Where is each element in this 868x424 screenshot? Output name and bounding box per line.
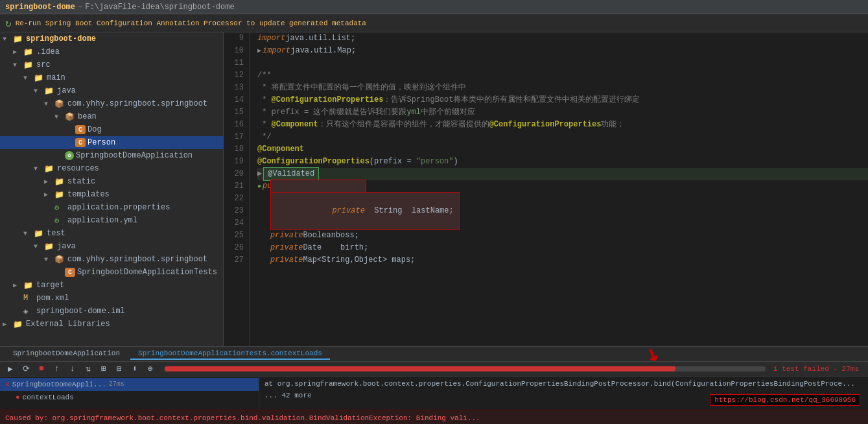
tree-item-test[interactable]: ▼ 📁 test xyxy=(0,227,223,240)
stack-line-1: at org.springframework.boot.context.prop… xyxy=(264,378,863,390)
stack-text-2: ... 42 more xyxy=(264,392,312,399)
tree-app-label: SpringbootDomeApplication xyxy=(76,151,193,160)
tab-springboot-app[interactable]: SpringbootDomeApplication xyxy=(5,348,128,360)
notification-icon: ↻ xyxy=(5,17,12,30)
watermark: https://blog.csdn.net/qq_36698956 xyxy=(710,394,860,406)
notification-bar: ↻ Re-run Spring Boot Configuration Annot… xyxy=(0,14,868,32)
test-progress-fill xyxy=(165,366,675,371)
tree-templates-label: templates xyxy=(67,190,110,199)
tree-test-label: test xyxy=(47,229,65,238)
collapse-button[interactable]: ⊟ xyxy=(113,362,126,375)
settings-button[interactable]: ⊕ xyxy=(144,362,157,375)
tree-item-app-properties[interactable]: ⚙ application.properties xyxy=(0,201,223,214)
tree-ext-libs-label: External Libraries xyxy=(26,320,110,329)
tree-target-label: target xyxy=(36,281,64,290)
test-item-context-loads[interactable]: ● contextLoads xyxy=(0,391,259,404)
tree-item-idea[interactable]: ▶ 📁 .idea xyxy=(0,45,223,58)
tree-test-package-label: com.yhhy.springboot.springboot xyxy=(67,255,207,264)
tree-idea-label: .idea xyxy=(36,47,60,56)
expand-button[interactable]: ⊞ xyxy=(97,362,110,375)
test-duration: 27ms xyxy=(109,381,124,388)
tree-item-ext-libs[interactable]: ▶ 📁 External Libraries xyxy=(0,318,223,331)
tree-iml-label: springboot-dome.iml xyxy=(36,307,125,316)
tree-item-target[interactable]: ▶ 📁 target xyxy=(0,279,223,292)
tree-app-yml-label: application.yml xyxy=(67,216,137,225)
fail-icon-2: ● xyxy=(16,394,20,401)
caused-by-text: Caused by: org.springframework.boot.cont… xyxy=(5,414,480,422)
bottom-panel: SpringbootDomeApplication SpringbootDome… xyxy=(0,346,868,424)
tree-person-label: Person xyxy=(88,138,115,147)
error-bar: Caused by: org.springframework.boot.cont… xyxy=(0,410,868,424)
rerun-button[interactable]: ⟳ xyxy=(19,362,32,375)
main-layout: ▼ 📁 springboot-dome ▶ 📁 .idea ▼ 📁 src ▼ … xyxy=(0,32,868,346)
test-result-label: 1 test failed - 27ms xyxy=(773,365,859,373)
tree-bean-label: bean xyxy=(78,112,97,121)
tree-test-java-label: java xyxy=(57,242,76,251)
fail-icon: ✕ xyxy=(5,380,10,388)
tree-item-app-yml[interactable]: ⚙ application.yml xyxy=(0,214,223,227)
tree-package-label: com.yhhy.springboot.springboot xyxy=(67,99,207,108)
tree-item-templates[interactable]: ▶ 📁 templates xyxy=(0,188,223,201)
next-fail-button[interactable]: ↓ xyxy=(66,362,79,375)
tree-src-label: src xyxy=(36,60,51,69)
test-tree-left: ✕ SpringbootDomeAppli... 27ms ● contextL… xyxy=(0,377,259,410)
tree-item-iml[interactable]: ◈ springboot-dome.iml xyxy=(0,305,223,318)
project-path: F:\javaFile-idea\springboot-dome xyxy=(85,3,234,12)
test-progress-bar xyxy=(165,366,766,371)
watermark-text: https://blog.csdn.net/qq_36698956 xyxy=(714,396,856,404)
title-bar: springboot-dome – F:\javaFile-idea\sprin… xyxy=(0,0,868,14)
line-numbers: 9 10 11 12 13 14 15 16 17 18 19 20 21 22… xyxy=(224,32,250,346)
code-content: import java.util.List; ▶import java.util… xyxy=(250,32,868,346)
tree-item-main[interactable]: ▼ 📁 main xyxy=(0,71,223,84)
tree-item-static[interactable]: ▶ 📁 static xyxy=(0,175,223,188)
export-button[interactable]: ⬇ xyxy=(128,362,141,375)
tree-tests-label: SpringbootDomeApplicationTests xyxy=(77,268,217,277)
sort-button[interactable]: ⇅ xyxy=(82,362,95,375)
test-item-app[interactable]: ✕ SpringbootDomeAppli... 27ms xyxy=(0,378,259,391)
test-app-label: SpringbootDomeAppli... xyxy=(12,381,106,388)
tree-pom-label: pom.xml xyxy=(36,294,69,303)
tree-dog-label: Dog xyxy=(88,125,102,134)
tree-item-test-java[interactable]: ▼ 📁 java xyxy=(0,240,223,253)
tree-main-label: main xyxy=(47,73,65,82)
notification-text[interactable]: Re-run Spring Boot Configuration Annotat… xyxy=(16,19,366,27)
code-editor: 9 10 11 12 13 14 15 16 17 18 19 20 21 22… xyxy=(224,32,868,346)
bottom-tabs: SpringbootDomeApplication SpringbootDome… xyxy=(0,347,868,362)
tree-java-label: java xyxy=(57,86,76,95)
tree-item-src[interactable]: ▼ 📁 src xyxy=(0,58,223,71)
tree-item-root[interactable]: ▼ 📁 springboot-dome xyxy=(0,32,223,45)
tree-resources-label: resources xyxy=(57,164,99,173)
tree-item-tests[interactable]: C SpringbootDomeApplicationTests xyxy=(0,266,223,279)
tree-item-test-package[interactable]: ▼ 📦 com.yhhy.springboot.springboot xyxy=(0,253,223,266)
code-area[interactable]: 9 10 11 12 13 14 15 16 17 18 19 20 21 22… xyxy=(224,32,868,346)
tree-item-pom[interactable]: M pom.xml xyxy=(0,292,223,305)
tree-item-app[interactable]: ✿ SpringbootDomeApplication xyxy=(0,149,223,162)
tree-item-package[interactable]: ▼ 📦 com.yhhy.springboot.springboot xyxy=(0,97,223,110)
tree-root-label: springboot-dome xyxy=(26,34,96,43)
title-separator: – xyxy=(78,3,82,12)
tree-item-person[interactable]: C Person xyxy=(0,136,223,149)
prev-fail-button[interactable]: ↑ xyxy=(51,362,64,375)
tree-item-java[interactable]: ▼ 📁 java xyxy=(0,84,223,97)
tree-static-label: static xyxy=(67,177,95,186)
tree-app-properties-label: application.properties xyxy=(67,203,170,212)
test-context-label: contextLoads xyxy=(23,394,74,401)
run-test-button[interactable]: ▶ xyxy=(4,362,17,375)
project-title: springboot-dome xyxy=(5,3,75,12)
tab-context-loads[interactable]: SpringbootDomeApplicationTests.contextLo… xyxy=(130,348,330,360)
stack-text-1: at org.springframework.boot.context.prop… xyxy=(264,380,855,388)
tree-item-resources[interactable]: ▼ 📁 resources xyxy=(0,162,223,175)
tree-item-dog[interactable]: C Dog xyxy=(0,123,223,136)
sidebar: ▼ 📁 springboot-dome ▶ 📁 .idea ▼ 📁 src ▼ … xyxy=(0,32,224,346)
stop-button[interactable]: ■ xyxy=(35,362,48,375)
tree-item-bean[interactable]: ▼ 📦 bean xyxy=(0,110,223,123)
test-toolbar: ▶ ⟳ ■ ↑ ↓ ⇅ ⊞ ⊟ ⬇ ⊕ 1 test failed - 27ms xyxy=(0,362,868,377)
